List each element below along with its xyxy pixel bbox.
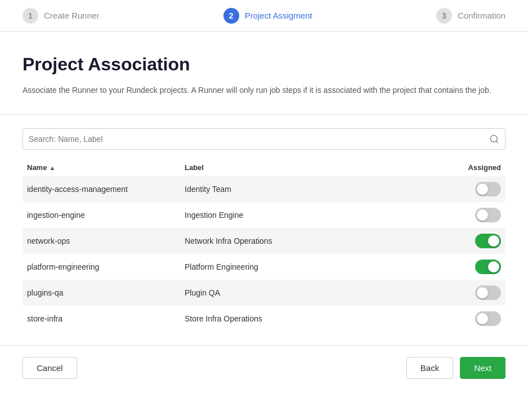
step-1-number: 1 — [23, 8, 38, 24]
step-3-number: 3 — [436, 8, 452, 24]
row-label: Ingestion Engine — [185, 211, 433, 220]
row-name: identity-access-management — [27, 185, 185, 194]
row-label: Network Infra Operations — [185, 236, 433, 245]
table-row: identity-access-managementIdentity Team — [23, 176, 505, 202]
table-header: Name ▲ Label Assigned — [23, 159, 505, 176]
search-input-wrapper — [23, 128, 505, 150]
row-assigned — [433, 285, 501, 300]
col-name-label: Name — [27, 163, 47, 172]
toggle-switch[interactable] — [475, 234, 501, 248]
col-header-name: Name ▲ — [27, 163, 185, 172]
row-label: Platform Engineering — [185, 262, 433, 271]
row-assigned — [433, 311, 501, 326]
next-button[interactable]: Next — [460, 357, 505, 379]
step-3-label: Confirmation — [458, 11, 505, 20]
table-row: ingestion-engineIngestion Engine — [23, 202, 505, 228]
step-2-number: 2 — [223, 8, 239, 24]
project-table: Name ▲ Label Assigned identity-access-ma… — [23, 159, 505, 332]
table-row: store-infraStore Infra Operations — [23, 306, 505, 332]
step-1-label: Create Runner — [44, 11, 99, 20]
toggle-switch[interactable] — [475, 285, 501, 300]
table-row: network-opsNetwork Infra Operations — [23, 228, 505, 254]
row-name: store-infra — [27, 314, 185, 323]
step-2: 2 Project Assigment — [223, 8, 312, 24]
col-header-label: Label — [185, 163, 433, 172]
toggle-slider — [475, 285, 501, 300]
toggle-switch[interactable] — [475, 182, 501, 196]
footer: Cancel Back Next — [0, 346, 528, 390]
row-assigned — [433, 208, 501, 222]
main-content: Project Association Associate the Runner… — [0, 32, 528, 346]
row-name: platform-engineering — [27, 262, 185, 271]
footer-right: Back Next — [406, 357, 505, 379]
search-icon — [489, 134, 499, 144]
search-input[interactable] — [29, 135, 489, 144]
row-assigned — [433, 260, 501, 274]
toggle-slider — [475, 208, 501, 222]
page-description: Associate the Runner to your Rundeck pro… — [23, 84, 505, 96]
row-assigned — [433, 234, 501, 248]
back-button[interactable]: Back — [406, 357, 453, 379]
col-header-assigned: Assigned — [433, 163, 501, 172]
toggle-slider — [475, 311, 501, 326]
step-3: 3 Confirmation — [436, 8, 505, 24]
sort-arrow-icon: ▲ — [49, 164, 55, 171]
page-title: Project Association — [23, 54, 505, 75]
toggle-slider — [475, 182, 501, 196]
row-name: ingestion-engine — [27, 211, 185, 220]
svg-line-1 — [496, 141, 498, 143]
stepper: 1 Create Runner 2 Project Assigment 3 Co… — [0, 0, 528, 32]
toggle-switch[interactable] — [475, 260, 501, 274]
row-name: network-ops — [27, 236, 185, 245]
cancel-button[interactable]: Cancel — [23, 357, 77, 379]
search-area — [23, 115, 505, 150]
row-assigned — [433, 182, 501, 196]
table-row: plugins-qaPlugin QA — [23, 280, 505, 306]
step-2-label: Project Assigment — [245, 11, 312, 20]
toggle-slider — [475, 234, 501, 248]
row-name: plugins-qa — [27, 288, 185, 297]
toggle-switch[interactable] — [475, 208, 501, 222]
toggle-slider — [475, 260, 501, 274]
row-label: Store Infra Operations — [185, 314, 433, 323]
search-button[interactable] — [489, 134, 499, 144]
table-body: identity-access-managementIdentity Teami… — [23, 176, 505, 332]
row-label: Identity Team — [185, 185, 433, 194]
row-label: Plugin QA — [185, 288, 433, 297]
table-row: platform-engineeringPlatform Engineering — [23, 254, 505, 280]
step-1: 1 Create Runner — [23, 8, 99, 24]
toggle-switch[interactable] — [475, 311, 501, 326]
